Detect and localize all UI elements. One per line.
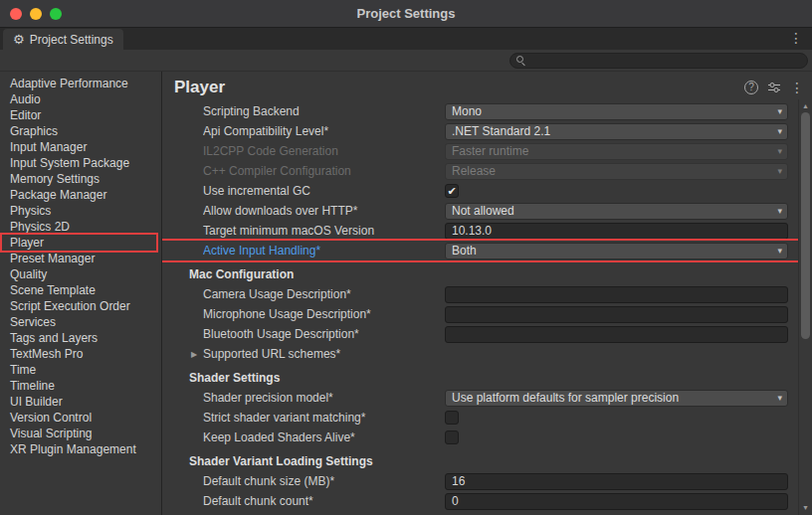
setting-dropdown[interactable]: Mono▾ <box>445 103 788 120</box>
setting-label: Shader precision model* <box>203 391 445 405</box>
sidebar-item-visual-scripting[interactable]: Visual Scripting <box>2 426 156 441</box>
help-icon[interactable]: ? <box>744 81 758 94</box>
sidebar: Adaptive PerformanceAudioEditorGraphicsI… <box>0 72 162 515</box>
setting-dropdown[interactable]: Not allowed▾ <box>445 203 788 220</box>
traffic-lights <box>10 8 62 20</box>
settings-row-api-compatibility-level: Api Compatibility Level*.NET Standard 2.… <box>162 121 798 141</box>
setting-label: Keep Loaded Shaders Alive* <box>203 430 445 444</box>
settings-row-scripting-backend: Scripting BackendMono▾ <box>162 101 798 121</box>
foldout-icon[interactable]: ▶ <box>191 350 203 359</box>
sidebar-item-label: Editor <box>10 108 41 122</box>
scroll-up-icon[interactable]: ▲ <box>799 102 812 109</box>
vertical-scrollbar[interactable]: ▲ ▼ <box>798 99 812 515</box>
project-settings-window: Project Settings ⚙ Project Settings ⋮ Ad… <box>0 0 812 515</box>
dropdown-value: Use platform defaults for sampler precis… <box>452 391 773 405</box>
setting-label: Supported URL schemes* <box>203 347 433 361</box>
sidebar-item-player[interactable]: Player <box>2 235 156 251</box>
setting-field[interactable] <box>445 286 788 303</box>
setting-label: C++ Compiler Configuration <box>203 164 445 178</box>
settings-row-c-compiler-configuration: C++ Compiler ConfigurationRelease▾ <box>162 161 798 181</box>
sidebar-item-graphics[interactable]: Graphics <box>2 123 156 139</box>
setting-dropdown[interactable]: Use platform defaults for sampler precis… <box>445 390 788 407</box>
setting-label: Strict shader variant matching* <box>203 411 445 425</box>
sidebar-item-label: Time <box>10 363 36 377</box>
sidebar-item-preset-manager[interactable]: Preset Manager <box>2 251 156 266</box>
setting-dropdown[interactable]: Both▾ <box>445 243 788 259</box>
main-menu-icon[interactable]: ⋮ <box>790 81 804 94</box>
setting-field[interactable] <box>445 223 788 240</box>
settings-row-supported-url-schemes: ▶Supported URL schemes* <box>162 344 798 364</box>
sidebar-item-input-manager[interactable]: Input Manager <box>2 139 156 155</box>
search-box[interactable] <box>509 53 808 69</box>
section-header-shader-variant-loading-settings: Shader Variant Loading Settings <box>162 451 798 471</box>
sidebar-item-tags-and-layers[interactable]: Tags and Layers <box>2 330 156 346</box>
setting-label: IL2CPP Code Generation <box>203 144 445 158</box>
dropdown-value: Not allowed <box>452 204 773 218</box>
section-header-label: Mac Configuration <box>189 267 294 281</box>
sidebar-item-quality[interactable]: Quality <box>2 266 156 282</box>
sidebar-item-physics[interactable]: Physics <box>2 203 156 219</box>
setting-label: Default chunk size (MB)* <box>203 474 445 488</box>
minimize-button[interactable] <box>30 8 42 20</box>
sidebar-item-label: Services <box>10 315 56 329</box>
sidebar-item-audio[interactable]: Audio <box>2 91 156 107</box>
sidebar-item-label: Tags and Layers <box>10 331 98 345</box>
preset-icon[interactable] <box>767 82 781 93</box>
section-header-label: Shader Variant Loading Settings <box>189 454 373 468</box>
page-title: Player <box>174 78 735 97</box>
sidebar-item-label: UI Builder <box>10 395 63 409</box>
setting-field[interactable] <box>445 493 788 510</box>
setting-field[interactable] <box>445 306 788 323</box>
setting-dropdown[interactable]: Release▾ <box>445 163 788 180</box>
sidebar-item-services[interactable]: Services <box>2 314 156 330</box>
dropdown-value: .NET Standard 2.1 <box>452 124 773 138</box>
sidebar-item-label: Input System Package <box>10 156 129 170</box>
tab-strip: ⚙ Project Settings ⋮ <box>0 28 812 50</box>
zoom-button[interactable] <box>50 8 62 20</box>
setting-field[interactable] <box>445 473 788 490</box>
sidebar-item-label: Input Manager <box>10 140 87 154</box>
setting-field[interactable] <box>445 326 788 343</box>
sidebar-item-adaptive-performance[interactable]: Adaptive Performance <box>2 76 156 91</box>
dropdown-value: Both <box>452 244 773 258</box>
scroll-down-icon[interactable]: ▼ <box>799 504 812 511</box>
search-icon <box>516 56 526 66</box>
sidebar-item-label: Physics 2D <box>10 220 70 234</box>
settings-row-active-input-handling: Active Input Handling*Both▾ <box>162 241 798 260</box>
scrollbar-thumb[interactable] <box>801 112 810 339</box>
sidebar-item-time[interactable]: Time <box>2 362 156 378</box>
search-input[interactable] <box>531 55 801 67</box>
sidebar-item-ui-builder[interactable]: UI Builder <box>2 394 156 410</box>
sidebar-item-editor[interactable]: Editor <box>2 107 156 123</box>
setting-label: Scripting Backend <box>203 104 445 118</box>
sidebar-item-package-manager[interactable]: Package Manager <box>2 187 156 203</box>
chevron-down-icon: ▾ <box>777 166 782 176</box>
tab-strip-menu-icon[interactable]: ⋮ <box>789 31 803 45</box>
setting-checkbox[interactable] <box>445 411 459 425</box>
sidebar-item-version-control[interactable]: Version Control <box>2 410 156 426</box>
sidebar-item-scene-template[interactable]: Scene Template <box>2 282 156 298</box>
sidebar-item-label: Audio <box>10 92 41 106</box>
sidebar-item-textmesh-pro[interactable]: TextMesh Pro <box>2 346 156 362</box>
sidebar-item-physics-2d[interactable]: Physics 2D <box>2 219 156 235</box>
setting-label: Camera Usage Description* <box>203 287 445 301</box>
chevron-down-icon: ▾ <box>777 393 782 403</box>
setting-dropdown[interactable]: Faster runtime▾ <box>445 143 788 160</box>
sidebar-item-timeline[interactable]: Timeline <box>2 378 156 394</box>
sidebar-item-xr-plugin-management[interactable]: XR Plugin Management <box>2 441 156 457</box>
tab-project-settings[interactable]: ⚙ Project Settings <box>3 29 123 50</box>
settings-row-default-chunk-count: Default chunk count* <box>162 491 798 511</box>
sidebar-item-memory-settings[interactable]: Memory Settings <box>2 171 156 187</box>
setting-dropdown[interactable]: .NET Standard 2.1▾ <box>445 123 788 140</box>
settings-row-override: Override <box>162 511 798 515</box>
close-button[interactable] <box>10 8 22 20</box>
sidebar-item-label: Visual Scripting <box>10 427 93 440</box>
search-toolbar <box>0 50 812 72</box>
setting-checkbox[interactable]: ✔ <box>445 184 459 198</box>
chevron-down-icon: ▾ <box>777 126 782 136</box>
check-icon: ✔ <box>447 186 456 197</box>
setting-checkbox[interactable] <box>445 430 459 444</box>
sidebar-item-script-execution-order[interactable]: Script Execution Order <box>2 298 156 314</box>
sidebar-item-input-system-package[interactable]: Input System Package <box>2 155 156 171</box>
dropdown-value: Release <box>452 164 773 178</box>
